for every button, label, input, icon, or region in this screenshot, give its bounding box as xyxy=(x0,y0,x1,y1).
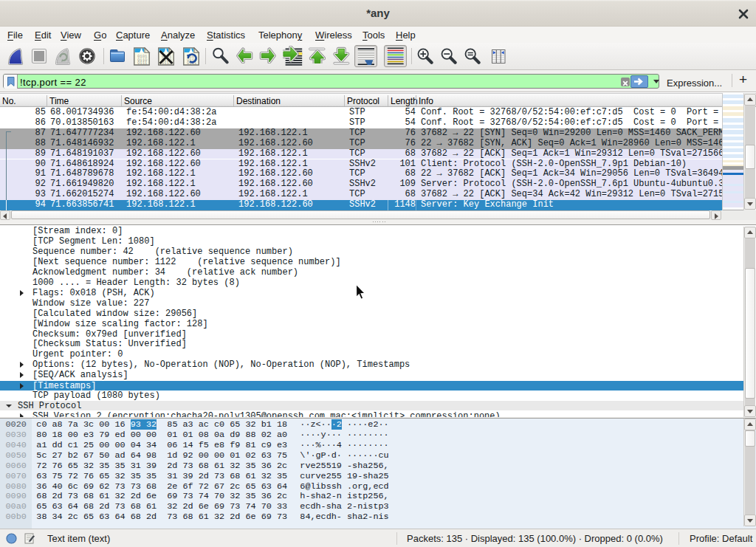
svg-text:0111: 0111 xyxy=(137,61,148,66)
